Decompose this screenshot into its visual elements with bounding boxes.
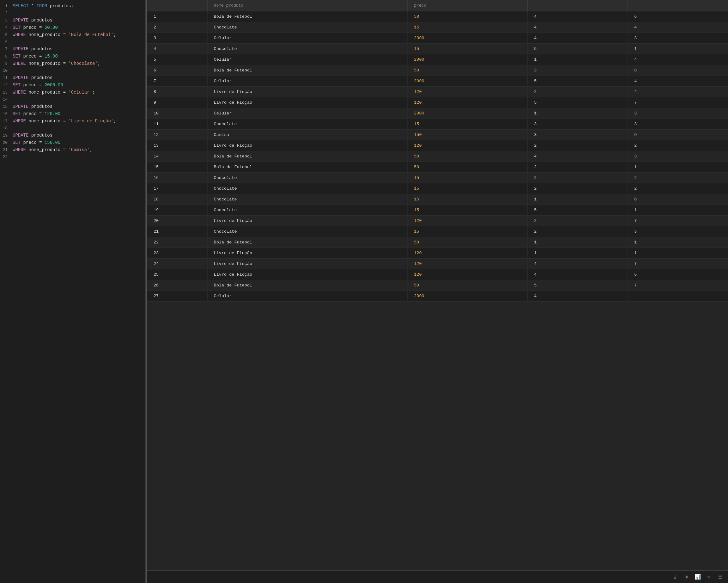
cell-id: 5 (147, 54, 207, 65)
line-number: 14 (0, 96, 12, 103)
token-kw-where: WHERE (12, 61, 26, 66)
token-val-plain: preco = (21, 82, 45, 87)
line-content[interactable]: SET preco = 50.00 (12, 24, 145, 31)
table-row[interactable]: 13Livro de Ficção12022 (147, 141, 728, 151)
cell-name: Livro de Ficção (207, 141, 408, 151)
table-icon[interactable]: ⊞ (682, 573, 690, 581)
line-content[interactable]: WHERE nome_produto = 'Celular'; (12, 89, 145, 96)
table-row[interactable]: 20Livro de Ficção12027 (147, 216, 728, 226)
cell-c4: 1 (628, 162, 728, 173)
cell-id: 13 (147, 141, 207, 151)
table-row[interactable]: 1Bola de Futebol5046 (147, 11, 728, 22)
table-row[interactable]: 6Bola de Futebol5038 (147, 65, 728, 76)
token-kw-set: SET (12, 25, 21, 30)
line-content[interactable]: UPDATE produtos (12, 103, 145, 110)
line-content[interactable]: SET preco = 150.00 (12, 139, 145, 146)
line-number: 6 (0, 39, 12, 46)
cell-c3: 2 (528, 141, 628, 151)
edit-icon[interactable]: ✎ (705, 573, 713, 581)
line-content[interactable]: SET preco = 15.00 (12, 53, 145, 60)
code-line: 8SET preco = 15.00 (0, 53, 145, 60)
token-val-num: 2000.00 (45, 82, 63, 87)
cell-name: Celular (207, 291, 408, 302)
table-row[interactable]: 11Chocolate1533 (147, 119, 728, 130)
cell-c4: 3 (628, 151, 728, 162)
table-row[interactable]: 17Chocolate1522 (147, 183, 728, 194)
cell-id: 6 (147, 65, 207, 76)
cell-price: 120 (408, 248, 528, 259)
line-content[interactable]: UPDATE produtos (12, 74, 145, 81)
line-content[interactable]: WHERE nome_produto = 'Livro de Ficção'; (12, 118, 145, 125)
line-content[interactable]: UPDATE produtos (12, 17, 145, 24)
line-content[interactable]: WHERE nome_produto = 'Chocolate'; (12, 60, 145, 67)
line-content[interactable]: SET preco = 2000.00 (12, 81, 145, 88)
cell-id: 23 (147, 248, 207, 259)
code-line: 5WHERE nome_produto = 'Bola de Futebol'; (0, 31, 145, 39)
line-number: 16 (0, 111, 12, 118)
token-val-plain: ; (98, 61, 100, 66)
table-row[interactable]: 22Bola de Futebol5011 (147, 237, 728, 248)
table-row[interactable]: 26Bola de Futebol5057 (147, 280, 728, 291)
cell-c4: 7 (628, 280, 728, 291)
line-content[interactable]: UPDATE produtos (12, 132, 145, 139)
table-row[interactable]: 10Celular200013 (147, 108, 728, 119)
table-row[interactable]: 15Bola de Futebol5021 (147, 162, 728, 173)
cell-name: Livro de Ficção (207, 259, 408, 269)
code-area[interactable]: 1SELECT * FROM produtos;23UPDATE produto… (0, 0, 145, 583)
table-row[interactable]: 27Celular20004 (147, 291, 728, 302)
table-row[interactable]: 9Livro de Ficção12057 (147, 97, 728, 108)
code-line: 12SET preco = 2000.00 (0, 81, 145, 89)
cell-name: Bola de Futebol (207, 162, 408, 173)
line-content[interactable]: SELECT * FROM produtos; (12, 2, 145, 9)
cell-c3: 2 (528, 226, 628, 237)
line-number: 19 (0, 132, 12, 139)
table-row[interactable]: 25Livro de Ficção12046 (147, 269, 728, 280)
token-kw-select: SELECT (12, 3, 28, 8)
cell-price: 120 (408, 97, 528, 108)
cell-price: 120 (408, 141, 528, 151)
token-kw-where: WHERE (12, 147, 26, 152)
table-row[interactable]: 24Livro de Ficção12047 (147, 259, 728, 269)
line-content[interactable]: WHERE nome_produto = 'Bola de Futebol'; (12, 31, 145, 38)
line-number: 13 (0, 89, 12, 96)
table-row[interactable]: 14Bola de Futebol5043 (147, 151, 728, 162)
table-row[interactable]: 23Livro de Ficção12011 (147, 248, 728, 259)
table-row[interactable]: 5Celular200014 (147, 54, 728, 65)
table-row[interactable]: 4Chocolate1551 (147, 44, 728, 54)
results-table: nome_produto preco 1Bola de Futebol50462… (147, 0, 728, 302)
cell-c4: 3 (628, 226, 728, 237)
line-number: 3 (0, 17, 12, 24)
cell-c4: 4 (628, 86, 728, 97)
cell-c4: 2 (628, 183, 728, 194)
token-val-str: 'Livro de Ficção' (68, 119, 113, 124)
line-number: 15 (0, 103, 12, 110)
token-kw-where: WHERE (12, 119, 26, 124)
table-row[interactable]: 3Celular200043 (147, 33, 728, 44)
token-val-str: 'Bola de Futebol' (68, 32, 113, 37)
table-row[interactable]: 8Livro de Ficção12024 (147, 86, 728, 97)
table-row[interactable]: 18Chocolate1516 (147, 194, 728, 205)
cell-c4: 1 (628, 237, 728, 248)
cell-price: 50 (408, 151, 528, 162)
table-row[interactable]: 12Camisa15039 (147, 130, 728, 141)
code-line: 13WHERE nome_produto = 'Celular'; (0, 89, 145, 96)
cell-c3: 2 (528, 183, 628, 194)
line-content[interactable]: WHERE nome_produto = 'Camisa'; (12, 146, 145, 153)
token-val-str: 'Celular' (68, 90, 92, 95)
line-content[interactable]: SET preco = 120.00 (12, 110, 145, 117)
chart-icon[interactable]: 📊 (694, 573, 701, 581)
cell-c4: 6 (628, 269, 728, 280)
table-header-row: nome_produto preco (147, 0, 728, 11)
download-icon[interactable]: ⤓ (671, 573, 679, 581)
token-kw-where: WHERE (12, 90, 26, 95)
table-row[interactable]: 19Chocolate1551 (147, 205, 728, 216)
table-row[interactable]: 21Chocolate1523 (147, 226, 728, 237)
menu-icon[interactable]: ☰ (717, 573, 724, 581)
table-row[interactable]: 16Chocolate1522 (147, 173, 728, 183)
cell-id: 12 (147, 130, 207, 141)
cell-c3: 1 (528, 237, 628, 248)
table-row[interactable]: 7Celular200054 (147, 76, 728, 86)
line-content[interactable]: UPDATE produtos (12, 46, 145, 52)
token-val-plain: nome_produto = (26, 32, 68, 37)
table-row[interactable]: 2Chocolate1544 (147, 22, 728, 33)
